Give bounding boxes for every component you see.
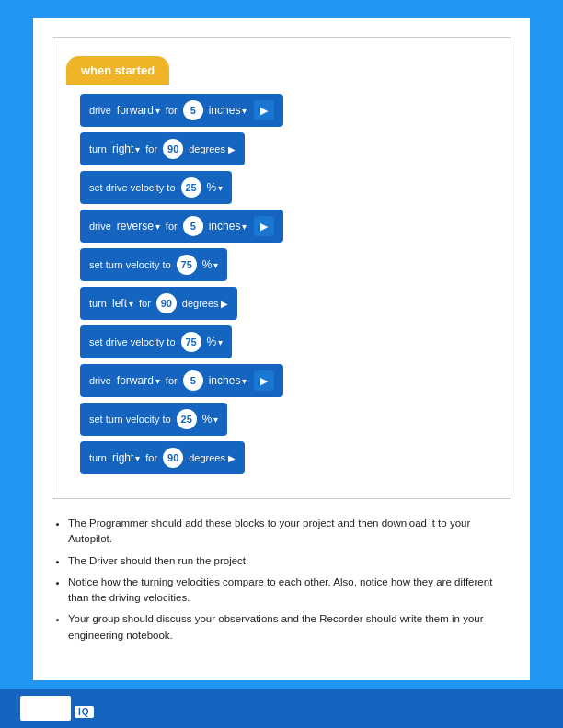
val-25-2: 25 [177,409,197,429]
block-row-6: turn left for 90 degrees [66,287,492,320]
block-row-8: drive forward for 5 inches ▶ [66,364,492,397]
set-turn-vel-label-1: set turn velocity to [89,259,171,270]
play-btn-2[interactable]: ▶ [254,216,274,236]
for-label-5: for [166,375,178,386]
turn-right-block[interactable]: turn right for 90 degrees [80,132,245,165]
drive-label-2: drive [89,221,111,232]
when-started-row: when started [66,56,492,88]
drive-label-3: drive [89,375,111,386]
bullet-3: Notice how the turning velocities compar… [68,574,511,607]
block-row-10: turn right for 90 degrees [66,441,492,474]
turn-label-3: turn [89,452,107,463]
turn-dir-dropdown-1[interactable]: right [112,142,140,155]
turn-label-1: turn [89,143,107,154]
turn-label-2: turn [89,298,107,309]
val-90-3: 90 [163,448,183,468]
unit-dropdown-1[interactable]: inches [209,104,247,117]
pct-dropdown-2[interactable]: % [202,258,219,271]
val-75-2: 75 [181,332,201,352]
set-drive-vel-block-1[interactable]: set drive velocity to 25 % [80,171,232,204]
footer: VEXIQ [0,689,563,728]
pct-dropdown-1[interactable]: % [207,181,224,194]
block-row-9: set turn velocity to 25 % [66,403,492,436]
unit-dropdown-2[interactable]: inches [209,220,247,233]
drive-forward-block[interactable]: drive forward for 5 inches ▶ [80,94,283,127]
bullet-2: The Driver should then run the project. [68,553,511,569]
set-turn-vel-block-2[interactable]: set turn velocity to 25 % [80,403,227,436]
for-label-4: for [139,298,151,309]
set-turn-vel-label-2: set turn velocity to [89,414,171,425]
bullet-1: The Programmer should add these blocks t… [68,516,511,548]
val-5-1: 5 [183,100,203,120]
vex-logo: VEXIQ [17,697,94,721]
direction-dropdown-2[interactable]: reverse [117,220,160,233]
for-label-1: for [166,105,178,116]
blocks-container: when started drive forward for 5 inches … [52,37,511,499]
val-75-1: 75 [177,255,197,275]
iq-badge: IQ [75,706,94,718]
set-turn-vel-block-1[interactable]: set turn velocity to 75 % [80,248,227,281]
play-btn-1[interactable]: ▶ [254,100,274,120]
drive-reverse-block[interactable]: drive reverse for 5 inches ▶ [80,210,283,243]
play-btn-3[interactable]: ▶ [254,370,274,391]
block-row-2: turn right for 90 degrees [66,132,492,165]
block-row-1: drive forward for 5 inches ▶ [66,94,492,127]
val-5-2: 5 [183,216,203,236]
degrees-label-3: degrees [189,452,236,463]
drive-label: drive [89,105,111,116]
turn-right-block-2[interactable]: turn right for 90 degrees [80,441,245,474]
set-drive-vel-label-1: set drive velocity to [89,182,176,193]
for-label-2: for [145,143,157,154]
block-row-4: drive reverse for 5 inches ▶ [66,210,492,243]
unit-dropdown-3[interactable]: inches [209,374,247,387]
drive-forward-block-2[interactable]: drive forward for 5 inches ▶ [80,364,283,397]
val-90-1: 90 [163,139,183,159]
set-drive-vel-block-2[interactable]: set drive velocity to 75 % [80,325,232,358]
main-page: when started drive forward for 5 inches … [33,18,530,680]
block-row-3: set drive velocity to 25 % [66,171,492,204]
block-row-5: set turn velocity to 75 % [66,248,492,281]
direction-dropdown-3[interactable]: forward [117,374,160,387]
pct-dropdown-4[interactable]: % [202,413,219,426]
when-started-block: when started [66,56,169,85]
direction-dropdown-1[interactable]: forward [117,104,160,117]
degrees-label-1: degrees [189,143,236,154]
val-90-2: 90 [156,293,177,313]
turn-left-block[interactable]: turn left for 90 degrees [80,287,237,320]
block-row-7: set drive velocity to 75 % [66,325,492,358]
bullet-4: Your group should discuss your observati… [68,611,511,643]
set-drive-vel-label-2: set drive velocity to [89,336,176,347]
turn-dir-dropdown-3[interactable]: right [112,451,140,464]
pct-dropdown-3[interactable]: % [207,336,224,348]
for-label-6: for [145,452,157,463]
val-5-3: 5 [183,370,203,391]
turn-dir-dropdown-2[interactable]: left [112,297,133,310]
degrees-label-2: degrees [182,298,229,309]
val-25-1: 25 [181,177,201,198]
for-label-3: for [166,221,178,232]
info-list: The Programmer should add these blocks t… [52,516,511,643]
